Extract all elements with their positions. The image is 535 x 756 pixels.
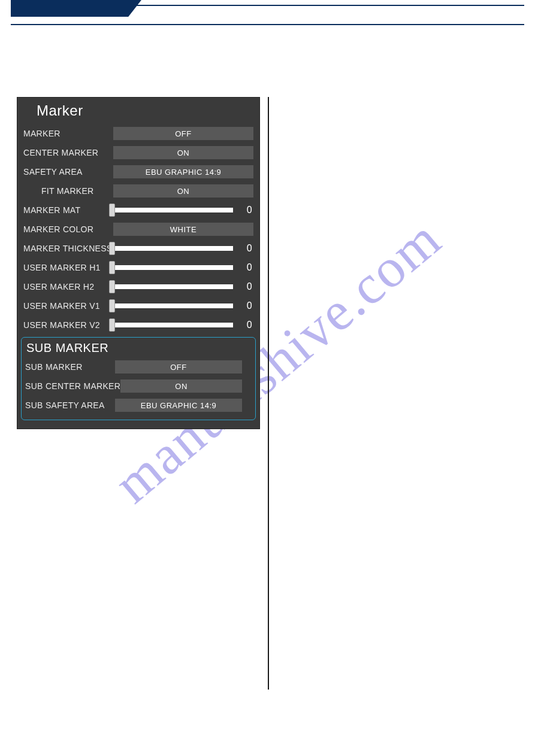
select-marker[interactable]: OFF (113, 127, 253, 140)
slider-marker-mat[interactable] (112, 208, 233, 212)
label-safety-area: SAFETY AREA (23, 167, 113, 177)
panel-title: Marker (17, 98, 259, 124)
label-user-marker-v2: USER MARKER V2 (23, 320, 113, 330)
slider-thumb[interactable] (109, 318, 115, 332)
row-marker-mat: MARKER MAT 0 (17, 201, 259, 220)
header-tab (11, 0, 141, 17)
label-marker-thickness: MARKER THICKNESS (23, 244, 113, 253)
label-sub-center-marker: SUB CENTER MARKER (25, 381, 120, 391)
select-fit-marker[interactable]: ON (113, 184, 253, 198)
slider-user-marker-v2[interactable] (112, 323, 233, 327)
select-marker-color[interactable]: WHITE (113, 223, 253, 236)
slider-thumb[interactable] (109, 299, 115, 312)
select-sub-marker[interactable]: OFF (115, 360, 242, 374)
value-user-marker-v1: 0 (241, 300, 253, 311)
row-marker: MARKER OFF (17, 124, 259, 143)
slider-thumb[interactable] (109, 280, 115, 293)
row-fit-marker: FIT MARKER ON (17, 181, 259, 201)
label-user-marker-v1: USER MARKER V1 (23, 301, 113, 311)
row-center-marker: CENTER MARKER ON (17, 143, 259, 162)
sub-marker-title: SUB MARKER (22, 338, 255, 357)
row-user-marker-h2: USER MAKER H2 0 (17, 277, 259, 296)
row-user-marker-h1: USER MARKER H1 0 (17, 258, 259, 277)
value-marker-thickness: 0 (241, 243, 253, 254)
label-user-marker-h2: USER MAKER H2 (23, 282, 113, 292)
marker-menu-panel: Marker MARKER OFF CENTER MARKER ON SAFET… (17, 97, 260, 429)
sub-marker-box: SUB MARKER SUB MARKER OFF SUB CENTER MAR… (21, 337, 256, 420)
value-marker-mat: 0 (241, 205, 253, 215)
slider-thumb[interactable] (109, 242, 115, 255)
select-safety-area[interactable]: EBU GRAPHIC 14:9 (113, 165, 253, 178)
header-rule-bottom (11, 24, 524, 25)
row-sub-center-marker: SUB CENTER MARKER ON (22, 377, 255, 396)
slider-marker-thickness[interactable] (112, 246, 233, 251)
select-sub-safety-area[interactable]: EBU GRAPHIC 14:9 (115, 399, 242, 412)
label-user-marker-h1: USER MARKER H1 (23, 263, 113, 272)
row-safety-area: SAFETY AREA EBU GRAPHIC 14:9 (17, 162, 259, 181)
label-marker-color: MARKER COLOR (23, 224, 113, 234)
column-divider (268, 97, 269, 690)
row-sub-marker: SUB MARKER OFF (22, 357, 255, 377)
slider-user-marker-h1[interactable] (112, 265, 233, 270)
slider-thumb[interactable] (109, 261, 115, 274)
row-user-marker-v2: USER MARKER V2 0 (17, 315, 259, 335)
label-sub-safety-area: SUB SAFETY AREA (25, 400, 115, 410)
row-marker-color: MARKER COLOR WHITE (17, 220, 259, 239)
slider-thumb[interactable] (109, 204, 115, 217)
row-marker-thickness: MARKER THICKNESS 0 (17, 239, 259, 258)
label-fit-marker: FIT MARKER (23, 186, 113, 196)
row-sub-safety-area: SUB SAFETY AREA EBU GRAPHIC 14:9 (22, 396, 255, 415)
select-sub-center-marker[interactable]: ON (120, 379, 242, 393)
label-marker: MARKER (23, 129, 113, 138)
value-user-marker-v2: 0 (241, 320, 253, 330)
value-user-marker-h2: 0 (241, 281, 253, 292)
label-center-marker: CENTER MARKER (23, 148, 113, 157)
label-sub-marker: SUB MARKER (25, 362, 115, 372)
select-center-marker[interactable]: ON (113, 146, 253, 159)
value-user-marker-h1: 0 (241, 262, 253, 273)
label-marker-mat: MARKER MAT (23, 205, 113, 215)
slider-user-marker-h2[interactable] (112, 284, 233, 289)
row-user-marker-v1: USER MARKER V1 0 (17, 296, 259, 315)
slider-user-marker-v1[interactable] (112, 303, 233, 308)
